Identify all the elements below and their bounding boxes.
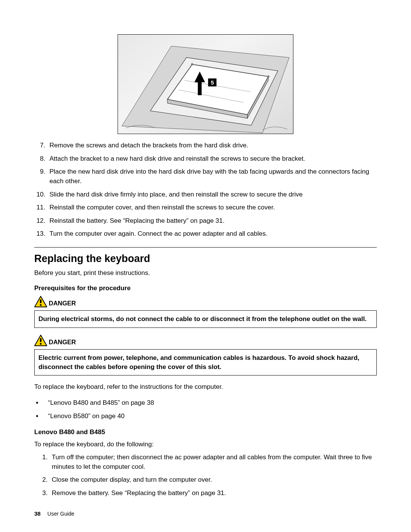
danger-box-2: Electric current from power, telephone, … [34,349,377,376]
danger-box-1: During electrical storms, do not connect… [34,310,377,328]
ref-b580: “Lenovo B580” on page 40 [43,412,377,421]
model-steps: Turn off the computer; then disconnect t… [34,453,377,498]
page-number: 38 [34,510,41,517]
danger-label-2: DANGER [49,339,76,346]
step-11: Reinstall the computer cover, and then r… [47,203,377,212]
model-step-2: Close the computer display, and turn the… [49,475,377,485]
callout: 5 [194,67,217,86]
section-title: Replacing the keyboard [34,253,377,265]
svg-rect-13 [40,338,41,342]
arrow-stem [198,81,202,95]
page-footer: 38 User Guide [34,510,74,517]
hdd-diagram: 5 [118,34,293,134]
svg-rect-10 [40,299,41,303]
step-13: Turn the computer over again. Connect th… [47,229,377,239]
step-9: Place the new hard disk drive into the h… [47,167,377,186]
model-step-3: Remove the battery. See “Replacing the b… [49,489,377,498]
model-refs: “Lenovo B480 and B485” on page 38 “Lenov… [34,398,377,421]
footer-title: User Guide [48,511,75,517]
svg-point-14 [40,343,42,345]
ref-b480: “Lenovo B480 and B485” on page 38 [43,398,377,408]
section-intro: Before you start, print these instructio… [34,268,377,278]
model-step-1: Turn off the computer; then disconnect t… [49,453,377,471]
steps-list-top: Remove the screws and detach the bracket… [34,141,377,239]
step-7: Remove the screws and detach the bracket… [47,141,377,150]
arrow-up-icon [194,72,205,82]
svg-point-11 [40,304,42,306]
danger-row-1: DANGER [34,296,377,307]
step-12: Reinstall the battery. See “Replacing th… [47,216,377,226]
danger-icon [34,296,47,307]
callout-number: 5 [208,78,217,86]
model-heading: Lenovo B480 and B485 [34,428,377,436]
danger-icon [34,335,47,346]
svg-point-7 [191,63,193,66]
step-8: Attach the bracket to a new hard disk dr… [47,154,377,164]
section-divider [34,247,377,248]
model-intro: To replace the keyboard, do the followin… [34,440,377,449]
danger-row-2: DANGER [34,335,377,346]
page: 5 Remove the screws and detach the brack… [0,0,411,532]
refer-text: To replace the keyboard, refer to the in… [34,382,377,391]
danger-label-1: DANGER [49,300,76,307]
step-10: Slide the hard disk drive firmly into pl… [47,190,377,200]
svg-point-8 [267,75,269,78]
prereq-heading: Prerequisites for the procedure [34,284,377,292]
